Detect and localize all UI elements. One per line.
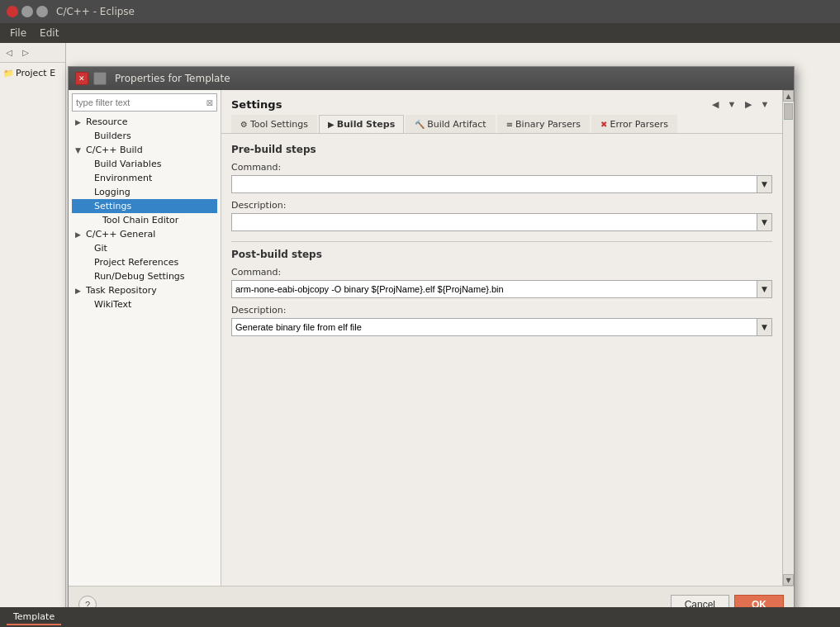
tree-item-builders[interactable]: Builders [72, 129, 217, 143]
scrollbar-thumb[interactable] [784, 103, 793, 120]
tree-label-environment: Environment [94, 173, 152, 183]
window-controls[interactable] [7, 6, 48, 17]
expand-icon-resource: ▶ [75, 118, 83, 126]
postbuild-section: Post-build steps Command: ▼ Description:… [231, 249, 772, 336]
scrollbar-down-btn[interactable]: ▼ [783, 574, 794, 586]
prebuild-description-input[interactable] [231, 213, 757, 231]
panel-toolbar: ◁ ▷ [0, 43, 65, 63]
dialog-titlebar: ✕ Properties for Template [69, 67, 794, 90]
bottom-tab-template[interactable]: Template [7, 610, 61, 625]
window-max-btn[interactable] [36, 6, 48, 17]
tree-item-environment[interactable]: Environment [72, 171, 217, 185]
project-label: Project E [16, 68, 55, 78]
tree-item-toolchain[interactable]: Tool Chain Editor [72, 213, 217, 227]
tab-tool-settings[interactable]: ⚙ Tool Settings [231, 115, 317, 133]
project-icon: 📁 [3, 69, 13, 78]
filter-input-wrapper[interactable]: ⊠ [72, 93, 217, 112]
postbuild-description-label: Description: [231, 305, 772, 316]
scrollbar-up-btn[interactable]: ▲ [783, 90, 794, 102]
window-close-btn[interactable] [7, 6, 18, 17]
postbuild-command-dropdown[interactable]: ▼ [757, 280, 772, 298]
content-header: Settings ◀ ▼ ▶ ▼ [221, 90, 782, 115]
tree-item-buildvars[interactable]: Build Variables [72, 157, 217, 171]
tree-item-git[interactable]: Git [72, 241, 217, 255]
postbuild-title: Post-build steps [231, 249, 772, 260]
filter-clear-btn[interactable]: ⊠ [206, 98, 213, 107]
project-tree: 📁 Project E [0, 63, 65, 627]
panel-btn-2[interactable]: ▷ [18, 45, 33, 60]
nav-dropdown2-btn[interactable]: ▼ [757, 97, 772, 112]
tree-label-logging: Logging [94, 187, 131, 197]
prebuild-command-input[interactable] [231, 175, 757, 193]
panel-btn-1[interactable]: ◁ [2, 45, 17, 60]
tree-item-wikitext[interactable]: WikiText [72, 297, 217, 311]
tree-label-ccbuild: C/C++ Build [86, 145, 143, 155]
nav-dropdown-btn[interactable]: ▼ [724, 97, 739, 112]
tree-item-ccgeneral[interactable]: ▶ C/C++ General [72, 227, 217, 241]
content-nav: ◀ ▼ ▶ ▼ [708, 97, 772, 112]
postbuild-command-label: Command: [231, 267, 772, 278]
postbuild-description-dropdown[interactable]: ▼ [757, 318, 772, 336]
tree-items-list: ▶ Resource Builders ▼ C/C++ Build Build … [72, 115, 217, 582]
tree-label-builders: Builders [94, 131, 131, 141]
tab-build-artifact[interactable]: 🔨 Build Artifact [406, 115, 496, 133]
tab-icon-tool-settings: ⚙ [240, 120, 248, 129]
postbuild-command-row: ▼ [231, 280, 772, 298]
tab-label-binary-parsers: Binary Parsers [515, 119, 581, 130]
tree-label-projrefs: Project References [94, 257, 178, 268]
eclipse-statusbar: Template [0, 607, 840, 627]
tab-binary-parsers[interactable]: ≡ Binary Parsers [497, 115, 590, 133]
tree-label-buildvars: Build Variables [94, 159, 161, 169]
prebuild-description-row: ▼ [231, 213, 772, 231]
nav-forward-btn[interactable]: ▶ [741, 97, 756, 112]
tree-label-resource: Resource [86, 116, 127, 127]
tree-item-projrefs[interactable]: Project References [72, 255, 217, 269]
tab-error-parsers[interactable]: ✖ Error Parsers [591, 115, 677, 133]
tree-item-taskrepo[interactable]: ▶ Task Repository [72, 283, 217, 297]
tree-item-rundebug[interactable]: Run/Debug Settings [72, 269, 217, 283]
nav-back-btn[interactable]: ◀ [708, 97, 723, 112]
expand-icon-taskrepo: ▶ [75, 287, 83, 295]
window-min-btn[interactable] [21, 6, 33, 17]
tree-item-settings[interactable]: Settings [72, 199, 217, 213]
dialog-tree-panel: ⊠ ▶ Resource Builders ▼ C/C++ Build [69, 90, 221, 586]
prebuild-description-label: Description: [231, 200, 772, 211]
properties-dialog: ✕ Properties for Template ⊠ ▶ Resource [68, 66, 795, 623]
eclipse-menubar: File Edit [0, 23, 840, 43]
dialog-body: ⊠ ▶ Resource Builders ▼ C/C++ Build [69, 90, 794, 586]
tree-item-resource[interactable]: ▶ Resource [72, 115, 217, 129]
eclipse-workspace: ◁ ▷ 📁 Project E ✕ Properties for Templat… [0, 43, 840, 627]
tree-label-wikitext: WikiText [94, 299, 131, 310]
filter-input-field[interactable] [76, 97, 206, 107]
prebuild-command-dropdown[interactable]: ▼ [757, 175, 772, 193]
prebuild-description-dropdown[interactable]: ▼ [757, 213, 772, 231]
tab-build-steps[interactable]: ▶ Build Steps [319, 115, 404, 133]
content-title: Settings [231, 98, 282, 111]
prebuild-title: Pre-build steps [231, 144, 772, 155]
tree-label-rundebug: Run/Debug Settings [94, 271, 185, 282]
menu-edit[interactable]: Edit [33, 26, 65, 40]
content-scrollbar[interactable]: ▲ ▼ [782, 90, 794, 586]
postbuild-description-input[interactable] [231, 318, 757, 336]
tab-icon-error-parsers: ✖ [600, 120, 607, 129]
expand-icon-ccgeneral: ▶ [75, 230, 83, 239]
tree-label-git: Git [94, 243, 107, 254]
expand-icon-ccbuild: ▼ [75, 146, 83, 154]
dialog-close-btn[interactable]: ✕ [75, 72, 88, 85]
tree-item-logging[interactable]: Logging [72, 185, 217, 199]
tab-icon-build-artifact: 🔨 [415, 120, 425, 129]
project-item[interactable]: 📁 Project E [2, 66, 64, 80]
tab-icon-build-steps: ▶ [328, 120, 335, 129]
tab-label-tool-settings: Tool Settings [250, 119, 308, 130]
tree-item-ccbuild[interactable]: ▼ C/C++ Build [72, 143, 217, 157]
tree-label-settings: Settings [94, 201, 131, 211]
tree-label-toolchain: Tool Chain Editor [102, 215, 178, 226]
prebuild-section: Pre-build steps Command: ▼ Description: … [231, 144, 772, 231]
tabs-bar: ⚙ Tool Settings ▶ Build Steps 🔨 Build Ar… [221, 115, 782, 134]
eclipse-titlebar: C/C++ - Eclipse [0, 0, 840, 23]
menu-file[interactable]: File [3, 26, 33, 40]
postbuild-command-input[interactable] [231, 280, 757, 298]
dialog-min-btn[interactable] [93, 72, 107, 85]
dialog-title: Properties for Template [115, 73, 230, 84]
content-area: Pre-build steps Command: ▼ Description: … [221, 134, 782, 586]
